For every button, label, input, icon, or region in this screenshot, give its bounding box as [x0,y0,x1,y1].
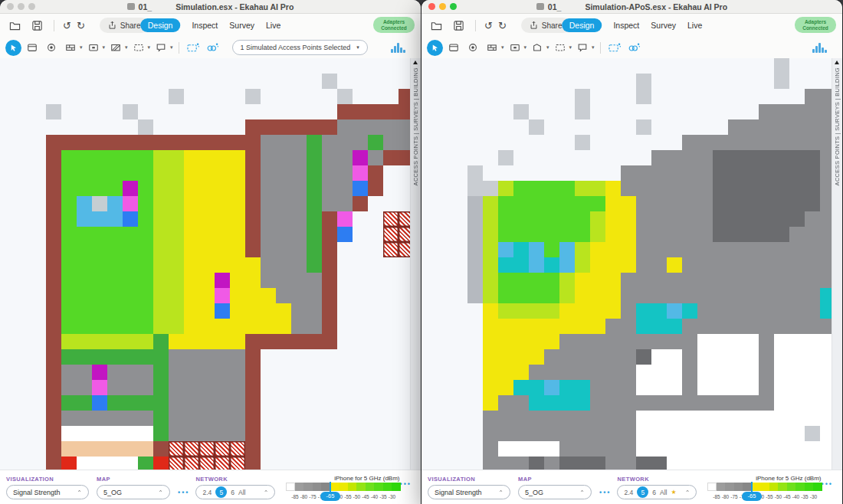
note-tool-icon [574,40,591,55]
title-bar[interactable]: 01_ Simulation-APoS.esx - Ekahau AI Pro [422,0,842,14]
right-panel-collapsed-tab[interactable]: ACCESS POINTS | SURVEYS | BUILDING [832,58,842,470]
zoom-button[interactable] [28,3,35,10]
legend-options-menu[interactable]: ••• [822,480,833,488]
map-label: MAP [518,476,592,483]
access-point-tool-icon[interactable] [445,40,462,55]
open-project-icon[interactable] [428,18,444,33]
network-select[interactable]: 2.4 5 6 All ⌃ [195,485,275,499]
redo-icon[interactable]: ↻ [498,21,507,31]
band-all[interactable]: All [238,489,245,496]
panel-expand-arrow-icon [413,61,418,64]
wall-tool-icon [484,40,500,55]
tools-toolbar: ▾ ▾ ▾ ▾ ▾ 1 Simulated Access Points Sele… [0,37,421,58]
close-button[interactable] [7,3,14,10]
tab-design[interactable]: Design [562,18,602,32]
minimize-button[interactable] [18,3,25,10]
band-all[interactable]: All [660,489,667,496]
undo-icon[interactable]: ↺ [484,21,493,31]
exclusion-area-tool-dropdown[interactable]: ▾ [552,40,572,55]
area-tool-dropdown[interactable]: ▾ [107,40,128,55]
select-tool-icon[interactable] [427,40,443,56]
floor-plan-canvas[interactable]: ACCESS POINTS | SURVEYS | BUILDING [422,58,842,470]
band-5[interactable]: 5 [215,486,227,498]
attenuation-area-tool-dropdown[interactable]: ▾ [85,40,106,55]
map-select[interactable]: 5_OG⌃ [518,485,592,499]
traffic-lights [428,3,457,10]
tab-live[interactable]: Live [266,21,280,30]
access-point-tool-icon[interactable] [24,40,41,55]
band-6[interactable]: 6 [231,489,235,496]
histogram-icon[interactable] [391,42,405,53]
title-prefix: 01_ [139,2,153,11]
band-6[interactable]: 6 [652,489,656,496]
visualization-control: VISUALIZATION Signal Strength⌃ [6,476,89,499]
map-options-menu[interactable]: ••• [599,489,611,496]
tab-inspect[interactable]: Inspect [192,21,218,30]
map-control: MAP 5_OG⌃ [97,476,170,499]
floor-plan-canvas[interactable]: ACCESS POINTS | SURVEYS | BUILDING [0,58,421,470]
attenuation-area-tool-icon [507,40,523,55]
selected-aps-label: 1 Simulated Access Points Selected [241,44,351,51]
legend-title: iPhone for 5 GHz (dBm) [334,475,399,482]
histogram-icon[interactable] [812,42,827,53]
adapters-connected-badge[interactable]: Adapters Connected [373,17,415,33]
ai-auto-planner-icon[interactable] [185,40,202,55]
adapters-connected-badge[interactable]: Adapters Connected [795,17,836,33]
band-2-4[interactable]: 2.4 [202,489,212,496]
visualization-select[interactable]: Signal Strength⌃ [6,485,89,499]
undo-icon[interactable]: ↺ [63,21,71,31]
select-tool-icon[interactable] [5,40,21,56]
window-simulation-apos: 01_ Simulation-APoS.esx - Ekahau AI Pro … [422,0,842,504]
zoom-button[interactable] [450,3,457,10]
zone-tool-dropdown[interactable]: ▾ [529,40,549,55]
network-control: NETWORK 2.4 5 6 All ⌃ [195,476,275,499]
title-text: Simulation.esx - Ekahau AI Pro [175,2,294,11]
redo-icon[interactable]: ↻ [77,21,85,31]
attenuation-area-tool-icon [85,40,102,55]
signal-legend[interactable]: iPhone for 5 GHz (dBm) -85-80-75-70-65-6… [286,474,399,502]
reference-point-tool-icon[interactable] [464,40,481,55]
ai-optimize-icon[interactable] [204,40,221,55]
document-proxy-icon [536,3,544,10]
network-select[interactable]: 2.4 5 6 All ★ ⌃ [617,485,697,499]
tab-survey[interactable]: Survey [229,21,254,30]
title-bar[interactable]: 01_ Simulation.esx - Ekahau AI Pro [0,0,421,14]
close-button[interactable] [428,3,435,10]
tab-inspect[interactable]: Inspect [613,21,639,30]
panel-tab-label: ACCESS POINTS | SURVEYS | BUILDING [412,67,419,185]
right-panel-collapsed-tab[interactable]: ACCESS POINTS | SURVEYS | BUILDING [410,58,421,470]
reference-point-tool-icon[interactable] [43,40,60,55]
band-2-4[interactable]: 2.4 [624,489,633,496]
attenuation-area-tool-dropdown[interactable]: ▾ [507,40,527,55]
note-tool-dropdown[interactable]: ▾ [574,40,595,55]
exclusion-area-tool-dropdown[interactable]: ▾ [130,40,151,55]
title-text: Simulation-APoS.esx - Ekahau AI Pro [585,2,727,11]
visualization-label: VISUALIZATION [428,476,510,483]
save-icon[interactable] [450,18,467,33]
band-5[interactable]: 5 [637,486,648,498]
wall-tool-dropdown[interactable]: ▾ [484,40,504,55]
tab-survey[interactable]: Survey [651,21,676,30]
map-options-menu[interactable]: ••• [178,489,189,496]
save-icon[interactable] [28,18,45,33]
main-toolbar: ↺ ↻ Share Design Inspect Survey Live Ada… [422,14,842,37]
ai-auto-planner-icon[interactable] [606,40,623,55]
note-tool-dropdown[interactable]: ▾ [153,40,173,55]
visualization-select[interactable]: Signal Strength⌃ [428,485,510,499]
legend-options-menu[interactable]: ••• [400,480,412,488]
panel-tab-label: ACCESS POINTS | SURVEYS | BUILDING [834,67,841,185]
selected-aps-dropdown[interactable]: 1 Simulated Access Points Selected ▾ [232,40,368,55]
signal-legend[interactable]: iPhone for 5 GHz (dBm) -85-80-75-70-65-6… [707,474,821,502]
exclusion-area-tool-icon [552,40,569,55]
map-select[interactable]: 5_OG⌃ [97,485,170,499]
ai-optimize-icon[interactable] [625,40,642,55]
wall-tool-dropdown[interactable]: ▾ [62,40,83,55]
minimize-button[interactable] [439,3,446,10]
tab-live[interactable]: Live [687,21,702,30]
window-title: 01_ Simulation.esx - Ekahau AI Pro [127,2,294,11]
mode-tabs: Design Inspect Survey Live [140,18,281,32]
tab-design[interactable]: Design [140,18,181,32]
traffic-lights [7,3,35,10]
note-tool-icon [153,40,169,55]
open-project-icon[interactable] [6,18,23,33]
